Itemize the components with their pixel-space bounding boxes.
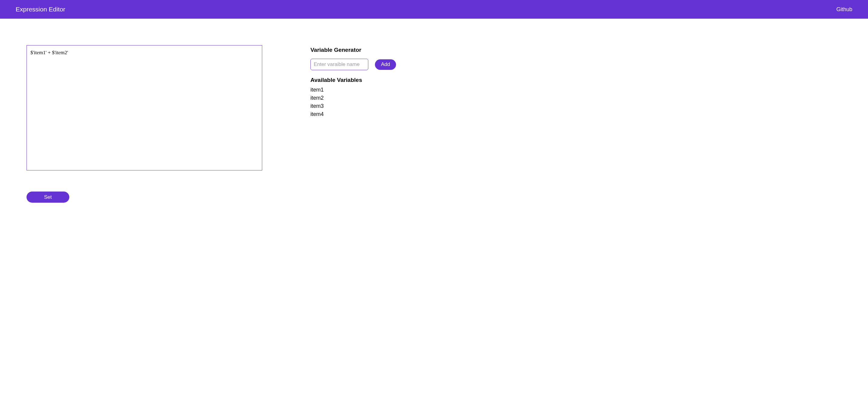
variable-item[interactable]: item1 — [310, 86, 396, 94]
expression-editor[interactable]: $'item1' + $'item2' — [27, 45, 262, 170]
set-button[interactable]: Set — [27, 192, 69, 203]
app-title: Expression Editor — [16, 6, 65, 13]
variable-item[interactable]: item4 — [310, 110, 396, 118]
right-column: Variable Generator Add Available Variabl… — [310, 45, 396, 203]
add-button[interactable]: Add — [375, 59, 396, 70]
variable-generator-heading: Variable Generator — [310, 47, 396, 53]
left-column: $'item1' + $'item2' Set — [27, 45, 262, 203]
navbar: Expression Editor Github — [0, 0, 868, 19]
variable-item[interactable]: item3 — [310, 102, 396, 110]
variable-input-row: Add — [310, 59, 396, 70]
variable-name-input[interactable] — [310, 59, 368, 70]
variable-item[interactable]: item2 — [310, 94, 396, 102]
main-container: $'item1' + $'item2' Set Variable Generat… — [0, 19, 868, 203]
github-link[interactable]: Github — [836, 6, 852, 13]
available-variables-heading: Available Variables — [310, 77, 396, 84]
variable-list: item1 item2 item3 item4 — [310, 86, 396, 118]
